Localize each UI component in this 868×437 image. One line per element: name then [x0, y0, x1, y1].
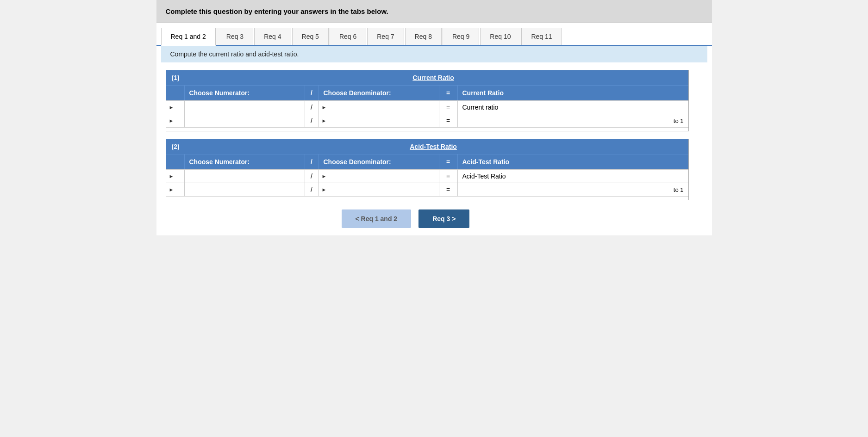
- page-wrapper: Complete this question by entering your …: [156, 0, 712, 235]
- prev-button[interactable]: < Req 1 and 2: [342, 209, 412, 228]
- row1-denominator-input[interactable]: [328, 104, 436, 111]
- section-acid-test-ratio: (2) Acid-Test Ratio Choose Numerator: / …: [166, 139, 689, 200]
- tab-req3[interactable]: Req 3: [217, 28, 253, 45]
- section2-spacer: [166, 196, 688, 200]
- sec2-row1-result: Acid-Test Ratio: [458, 170, 688, 183]
- row2-equals: =: [439, 114, 458, 127]
- row2-result-input[interactable]: [462, 117, 671, 124]
- row2-slash: /: [305, 114, 319, 127]
- section2-title: Acid-Test Ratio: [184, 143, 683, 150]
- section1-title: Current Ratio: [184, 74, 683, 81]
- section1-num: (1): [172, 74, 180, 81]
- tab-req8[interactable]: Req 8: [405, 28, 442, 45]
- col2-result-label: Acid-Test Ratio: [458, 154, 688, 169]
- col2-equals: =: [439, 154, 458, 169]
- col-result-label: Current Ratio: [458, 86, 688, 100]
- col-slash1: /: [305, 86, 319, 100]
- row2-denominator-input-container[interactable]: ►: [319, 114, 439, 127]
- sec2-row2-result: to 1: [458, 183, 688, 196]
- tab-req5[interactable]: Req 5: [292, 28, 329, 45]
- tab-req7[interactable]: Req 7: [367, 28, 404, 45]
- sec2-row2-equals: =: [439, 183, 458, 196]
- col-equals1: =: [439, 86, 458, 100]
- tab-req10[interactable]: Req 10: [480, 28, 520, 45]
- col2-denominator-label: Choose Denominator:: [319, 154, 439, 169]
- sec2-row1-denominator-container[interactable]: ►: [319, 170, 439, 183]
- sec2-row2-result-input[interactable]: [462, 186, 671, 193]
- tabs-container: Req 1 and 2 Req 3 Req 4 Req 5 Req 6 Req …: [156, 28, 712, 46]
- sec2-row1-arrow: ►: [166, 170, 185, 183]
- tab-req6[interactable]: Req 6: [330, 28, 366, 45]
- row1-equals: =: [439, 101, 458, 114]
- row2-result: to 1: [458, 114, 688, 127]
- sec2-row2-numerator-input[interactable]: [187, 186, 302, 193]
- row2-numerator-input-container[interactable]: [185, 114, 305, 127]
- sec2-row2-slash: /: [305, 183, 319, 196]
- sec2-row2-arrow: ►: [166, 183, 185, 196]
- row1-denominator-input-container[interactable]: ►: [319, 101, 439, 114]
- sec2-row1-numerator-input[interactable]: [187, 172, 302, 180]
- row1-slash: /: [305, 101, 319, 114]
- sec2-row1-numerator-container[interactable]: [185, 170, 305, 183]
- sec2-row1-equals: =: [439, 170, 458, 183]
- section1-spacer: [166, 127, 688, 131]
- instruction-bar: Compute the current ratio and acid-test …: [161, 46, 707, 62]
- tab-req1and2[interactable]: Req 1 and 2: [161, 28, 216, 46]
- row1-result: Current ratio: [458, 101, 688, 114]
- tab-req11[interactable]: Req 11: [521, 28, 562, 45]
- tab-req9[interactable]: Req 9: [443, 28, 479, 45]
- next-button[interactable]: Req 3 >: [418, 209, 469, 228]
- row2-numerator-input[interactable]: [187, 117, 302, 124]
- col2-numerator-label: Choose Numerator:: [185, 154, 305, 169]
- col2-slash: /: [305, 154, 319, 169]
- col-empty1: [166, 86, 185, 100]
- col-denominator-label: Choose Denominator:: [319, 86, 439, 100]
- header-bar: Complete this question by entering your …: [156, 0, 712, 23]
- section-current-ratio: (1) Current Ratio Choose Numerator: / Ch…: [166, 70, 689, 131]
- row1-arrow-left: ►: [166, 101, 185, 114]
- row1-numerator-input-container[interactable]: [185, 101, 305, 114]
- row2-denominator-input[interactable]: [328, 117, 436, 124]
- content-area: (1) Current Ratio Choose Numerator: / Ch…: [156, 62, 712, 235]
- nav-buttons: < Req 1 and 2 Req 3 >: [166, 209, 703, 228]
- col-numerator-label: Choose Numerator:: [185, 86, 305, 100]
- sec2-row2-numerator-container[interactable]: [185, 183, 305, 196]
- section2-num: (2): [172, 143, 180, 150]
- sec2-row2-denominator-container[interactable]: ►: [319, 183, 439, 196]
- sec2-row2-denominator-input[interactable]: [328, 186, 436, 193]
- row1-numerator-input[interactable]: [187, 104, 302, 111]
- col2-empty1: [166, 154, 185, 169]
- header-instruction: Complete this question by entering your …: [166, 7, 388, 15]
- sec2-row1-denominator-input[interactable]: [328, 172, 436, 180]
- tab-req4[interactable]: Req 4: [254, 28, 291, 45]
- sec2-row1-slash: /: [305, 170, 319, 183]
- row2-arrow-left: ►: [166, 114, 185, 127]
